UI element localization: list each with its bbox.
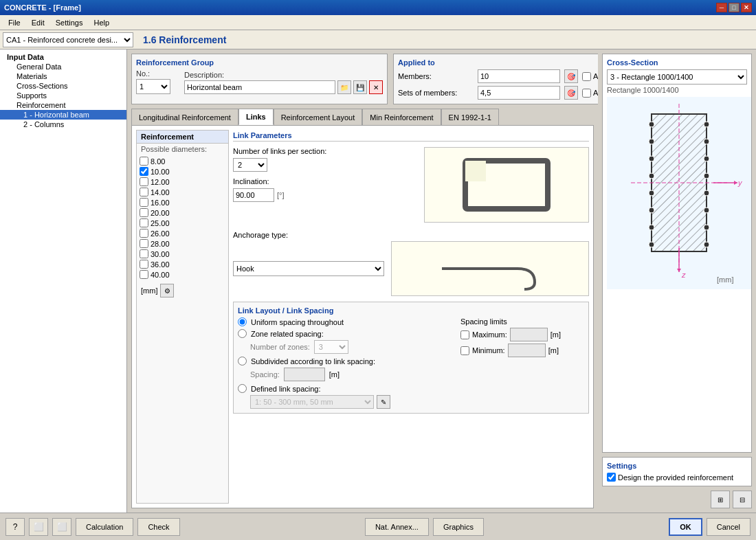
spacing-limits-label: Spacing limits xyxy=(460,317,584,326)
menu-edit[interactable]: Edit xyxy=(26,17,50,28)
diameter-12-check[interactable] xyxy=(140,177,148,186)
reinf-panel-header: Reinforcement xyxy=(137,131,228,144)
menu-file[interactable]: File xyxy=(3,17,26,28)
svg-point-17 xyxy=(704,139,709,144)
max-unit: [m] xyxy=(551,330,561,339)
diameter-item-14: 14.00 xyxy=(140,187,225,197)
diameter-40-check[interactable] xyxy=(140,270,148,279)
diameter-30-check[interactable] xyxy=(140,249,148,258)
anchorage-svg xyxy=(421,245,559,293)
graphics-button[interactable]: Graphics xyxy=(433,518,484,536)
check-button[interactable]: Check xyxy=(137,518,179,536)
bottom-icon-2[interactable]: ⬜ xyxy=(52,518,71,536)
subdiv-radio-row: Subdivided according to link spacing: xyxy=(238,357,447,365)
nat-annex-button[interactable]: Nat. Annex... xyxy=(365,518,429,536)
sets-all-checkbox[interactable]: All xyxy=(582,89,598,98)
diameter-10-check[interactable] xyxy=(140,167,148,176)
ok-button[interactable]: OK xyxy=(669,518,702,536)
members-input[interactable] xyxy=(478,69,560,83)
title-bar-controls: ─ □ ✕ xyxy=(716,3,752,12)
inclination-input[interactable] xyxy=(233,188,274,202)
sets-pick-btn[interactable]: 🎯 xyxy=(564,86,578,100)
calculation-button[interactable]: Calculation xyxy=(76,518,133,536)
sidebar-item-horizontal-beam[interactable]: 1 - Horizontal beam xyxy=(0,110,126,120)
diameter-14-check[interactable] xyxy=(140,188,148,196)
members-pick-btn[interactable]: 🎯 xyxy=(564,69,578,83)
cross-section-header: Cross-Section xyxy=(607,58,747,67)
diameter-20-check[interactable] xyxy=(140,208,148,217)
folder-icon-btn[interactable]: 📁 xyxy=(337,80,351,94)
delete-icon-btn[interactable]: ✕ xyxy=(369,80,383,94)
max-label: Maximum: xyxy=(472,330,507,339)
sidebar-item-cross-sections[interactable]: Cross-Sections xyxy=(0,81,126,91)
defined-edit-btn[interactable]: ✎ xyxy=(377,395,390,409)
cross-section-title: Rectangle 1000/1400 xyxy=(607,86,747,94)
subdiv-radio[interactable] xyxy=(238,357,247,365)
cross-section-select[interactable]: 3 - Rectangle 1000/1400 1 - Rectangle 30… xyxy=(607,69,747,85)
cross-section-canvas: y z [mm] xyxy=(607,97,751,289)
reinforcement-group-box: Reinforcement Group No.: 1 Description: … xyxy=(131,54,388,104)
anchorage-select[interactable]: Hook Bend Straight xyxy=(233,261,384,276)
help-icon-btn[interactable]: ? xyxy=(5,518,25,536)
tab-longitudinal[interactable]: Longitudinal Reinforcement xyxy=(131,109,238,125)
sidebar-item-reinforcement[interactable]: Reinforcement xyxy=(0,100,126,110)
diameter-28-check[interactable] xyxy=(140,239,148,248)
num-links-select[interactable]: 2134 xyxy=(233,158,267,172)
tab-en[interactable]: EN 1992-1-1 xyxy=(441,109,499,125)
group-number-select[interactable]: 1 xyxy=(136,79,170,94)
defined-select[interactable]: 1: 50 - 300 mm, 50 mm xyxy=(250,395,374,409)
applied-to-label: Applied to xyxy=(398,58,598,67)
tab-links[interactable]: Links xyxy=(238,109,274,125)
svg-text:z: z xyxy=(681,271,686,279)
sidebar: Input Data General Data Materials Cross-… xyxy=(0,49,127,513)
minimize-button[interactable]: ─ xyxy=(716,3,727,12)
max-checkbox[interactable] xyxy=(460,330,469,339)
diameter-item-25: 25.00 xyxy=(140,218,225,228)
tab-layout[interactable]: Reinforcement Layout xyxy=(274,109,363,125)
spacing-input[interactable] xyxy=(284,368,325,381)
cancel-button[interactable]: Cancel xyxy=(707,518,751,536)
description-input[interactable] xyxy=(184,80,335,94)
menu-settings[interactable]: Settings xyxy=(50,17,89,28)
num-zones-label: Number of zones: xyxy=(250,343,310,351)
svg-point-8 xyxy=(649,122,654,127)
diameter-8-check[interactable] xyxy=(140,157,148,166)
menu-help[interactable]: Help xyxy=(88,17,115,28)
diameter-item-26: 26.00 xyxy=(140,228,225,238)
tabs-row: Longitudinal Reinforcement Links Reinfor… xyxy=(131,109,594,125)
sidebar-item-supports[interactable]: Supports xyxy=(0,91,126,100)
uniform-radio[interactable] xyxy=(238,317,247,326)
design-provided-checkbox-label[interactable]: Design the provided reinforcement xyxy=(607,473,747,482)
sidebar-item-columns[interactable]: 2 - Columns xyxy=(0,120,126,129)
diameter-16-check[interactable] xyxy=(140,198,148,207)
diameter-26-check[interactable] xyxy=(140,229,148,238)
num-zones-select[interactable]: 3 xyxy=(314,340,348,354)
diameter-36-check[interactable] xyxy=(140,260,148,269)
defined-radio[interactable] xyxy=(238,384,247,393)
sidebar-item-materials[interactable]: Materials xyxy=(0,71,126,81)
design-provided-checkbox[interactable] xyxy=(607,473,616,482)
zone-radio[interactable] xyxy=(238,329,247,338)
close-button[interactable]: ✕ xyxy=(741,3,752,12)
save-icon-btn[interactable]: 💾 xyxy=(353,80,367,94)
links-controls: Number of links per section: 2134 Inclin… xyxy=(233,147,417,202)
min-checkbox[interactable] xyxy=(460,346,469,355)
right-icon-2[interactable]: ⊟ xyxy=(733,491,752,508)
layout-content: Uniform spacing throughout Zone related … xyxy=(238,317,584,409)
diameter-25-check[interactable] xyxy=(140,218,148,227)
uniform-label: Uniform spacing throughout xyxy=(251,318,344,326)
sidebar-item-general-data[interactable]: General Data xyxy=(0,62,126,71)
tab-min-reinforcement[interactable]: Min Reinforcement xyxy=(362,109,441,125)
bottom-icon-1[interactable]: ⬜ xyxy=(29,518,48,536)
cross-section-box: Cross-Section 3 - Rectangle 1000/1400 1 … xyxy=(602,54,752,453)
diameter-settings-btn[interactable]: ⚙ xyxy=(160,284,174,297)
right-icon-1[interactable]: ⊞ xyxy=(711,491,730,508)
members-all-checkbox[interactable]: All xyxy=(582,72,598,81)
svg-point-20 xyxy=(704,190,709,196)
max-input[interactable] xyxy=(510,328,548,341)
app-title: CONCRETE - [Frame] xyxy=(4,3,81,12)
maximize-button[interactable]: □ xyxy=(729,3,740,12)
case-selector[interactable]: CA1 - Reinforced concrete desi... xyxy=(3,32,133,47)
min-input[interactable] xyxy=(508,344,546,357)
sets-input[interactable] xyxy=(478,86,560,100)
